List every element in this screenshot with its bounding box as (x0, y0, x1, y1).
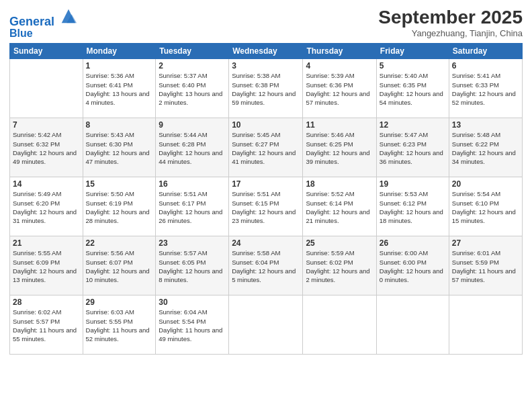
sunset-text: Sunset: 6:02 PM (306, 258, 373, 267)
logo-blue: Blue (9, 28, 78, 40)
day-number: 21 (13, 238, 80, 248)
daylight-text: Daylight: 13 hours and 4 minutes. (86, 89, 153, 107)
table-row: 15 Sunrise: 5:50 AM Sunset: 6:19 PM Dayl… (83, 177, 156, 236)
sunset-text: Sunset: 5:59 PM (452, 258, 519, 267)
day-number: 9 (159, 120, 226, 130)
daylight-text: Daylight: 12 hours and 23 minutes. (232, 208, 300, 226)
sunrise-text: Sunrise: 5:41 AM (452, 71, 519, 80)
sunset-text: Sunset: 6:38 PM (232, 81, 300, 89)
day-number: 15 (86, 179, 153, 189)
day-number: 25 (306, 238, 373, 248)
daylight-text: Daylight: 12 hours and 44 minutes. (159, 148, 226, 167)
sunset-text: Sunset: 6:04 PM (232, 258, 300, 267)
sunset-text: Sunset: 6:14 PM (306, 199, 373, 208)
sunset-text: Sunset: 5:54 PM (159, 317, 226, 326)
day-info: Sunrise: 5:41 AM Sunset: 6:33 PM Dayligh… (452, 71, 519, 107)
day-number: 3 (232, 61, 300, 71)
table-row: 9 Sunrise: 5:44 AM Sunset: 6:28 PM Dayli… (156, 118, 229, 177)
table-row: 10 Sunrise: 5:45 AM Sunset: 6:27 PM Dayl… (229, 118, 303, 177)
sunset-text: Sunset: 6:05 PM (159, 258, 226, 267)
sunset-text: Sunset: 5:57 PM (13, 317, 80, 326)
day-info: Sunrise: 5:52 AM Sunset: 6:14 PM Dayligh… (306, 189, 373, 225)
table-row: 1 Sunrise: 5:36 AM Sunset: 6:41 PM Dayli… (83, 59, 156, 118)
sunset-text: Sunset: 6:15 PM (232, 199, 300, 208)
logo-text: General (9, 9, 78, 29)
daylight-text: Daylight: 12 hours and 2 minutes. (306, 267, 373, 285)
sunrise-text: Sunrise: 6:02 AM (13, 308, 80, 316)
daylight-text: Daylight: 12 hours and 13 minutes. (13, 267, 80, 285)
col-wednesday: Wednesday (229, 44, 303, 59)
table-row (303, 295, 376, 355)
daylight-text: Daylight: 12 hours and 54 minutes. (380, 89, 446, 107)
sunrise-text: Sunrise: 5:51 AM (159, 189, 226, 198)
sunrise-text: Sunrise: 5:51 AM (232, 189, 300, 198)
sunrise-text: Sunrise: 5:53 AM (380, 189, 446, 198)
sunrise-text: Sunrise: 5:55 AM (13, 248, 80, 257)
day-info: Sunrise: 5:49 AM Sunset: 6:20 PM Dayligh… (13, 189, 80, 225)
day-number: 28 (13, 298, 80, 307)
sunset-text: Sunset: 6:32 PM (13, 140, 80, 148)
day-info: Sunrise: 5:42 AM Sunset: 6:32 PM Dayligh… (13, 130, 80, 166)
daylight-text: Daylight: 12 hours and 8 minutes. (159, 267, 226, 285)
table-row: 22 Sunrise: 5:56 AM Sunset: 6:07 PM Dayl… (83, 236, 156, 295)
daylight-text: Daylight: 12 hours and 0 minutes. (380, 267, 446, 285)
sunrise-text: Sunrise: 5:44 AM (159, 130, 226, 139)
table-row: 16 Sunrise: 5:51 AM Sunset: 6:17 PM Dayl… (156, 177, 229, 236)
table-row: 24 Sunrise: 5:58 AM Sunset: 6:04 PM Dayl… (229, 236, 303, 295)
day-info: Sunrise: 5:51 AM Sunset: 6:17 PM Dayligh… (159, 189, 226, 225)
sunrise-text: Sunrise: 5:57 AM (159, 248, 226, 257)
sunrise-text: Sunrise: 5:52 AM (306, 189, 373, 198)
table-row (10, 59, 83, 118)
sunset-text: Sunset: 6:00 PM (380, 258, 446, 267)
col-friday: Friday (376, 44, 449, 59)
sunset-text: Sunset: 5:55 PM (86, 317, 153, 326)
daylight-text: Daylight: 12 hours and 5 minutes. (232, 267, 300, 285)
table-row: 21 Sunrise: 5:55 AM Sunset: 6:09 PM Dayl… (10, 236, 83, 295)
table-row: 2 Sunrise: 5:37 AM Sunset: 6:40 PM Dayli… (156, 59, 229, 118)
sunrise-text: Sunrise: 5:38 AM (232, 71, 300, 80)
month-year: September 2025 (378, 7, 523, 28)
col-sunday: Sunday (10, 44, 83, 59)
logo: General Blue (9, 9, 78, 39)
day-info: Sunrise: 5:45 AM Sunset: 6:27 PM Dayligh… (232, 130, 300, 166)
sunrise-text: Sunrise: 5:42 AM (13, 130, 80, 139)
sunrise-text: Sunrise: 5:54 AM (452, 189, 519, 198)
day-number: 6 (452, 61, 519, 71)
sunset-text: Sunset: 6:22 PM (452, 140, 519, 148)
page: General Blue September 2025 Yangezhuang,… (0, 0, 532, 411)
day-number: 17 (232, 179, 300, 189)
day-info: Sunrise: 5:38 AM Sunset: 6:38 PM Dayligh… (232, 71, 300, 107)
table-row: 17 Sunrise: 5:51 AM Sunset: 6:15 PM Dayl… (229, 177, 303, 236)
sunrise-text: Sunrise: 5:40 AM (380, 71, 446, 80)
daylight-text: Daylight: 12 hours and 41 minutes. (232, 148, 300, 167)
day-info: Sunrise: 5:36 AM Sunset: 6:41 PM Dayligh… (86, 71, 153, 107)
daylight-text: Daylight: 12 hours and 36 minutes. (380, 148, 446, 167)
daylight-text: Daylight: 12 hours and 57 minutes. (306, 89, 373, 107)
daylight-text: Daylight: 12 hours and 34 minutes. (452, 148, 519, 167)
day-info: Sunrise: 5:40 AM Sunset: 6:35 PM Dayligh… (380, 71, 446, 107)
calendar: Sunday Monday Tuesday Wednesday Thursday… (9, 43, 523, 355)
day-number: 13 (452, 120, 519, 130)
daylight-text: Daylight: 12 hours and 10 minutes. (86, 267, 153, 285)
daylight-text: Daylight: 12 hours and 49 minutes. (13, 148, 80, 167)
table-row: 20 Sunrise: 5:54 AM Sunset: 6:10 PM Dayl… (449, 177, 522, 236)
day-number: 29 (86, 298, 153, 307)
table-row: 18 Sunrise: 5:52 AM Sunset: 6:14 PM Dayl… (303, 177, 376, 236)
sunset-text: Sunset: 6:09 PM (13, 258, 80, 267)
table-row (376, 295, 449, 355)
daylight-text: Daylight: 12 hours and 26 minutes. (159, 208, 226, 226)
sunrise-text: Sunrise: 6:01 AM (452, 248, 519, 257)
day-info: Sunrise: 6:02 AM Sunset: 5:57 PM Dayligh… (13, 308, 80, 343)
sunset-text: Sunset: 6:27 PM (232, 140, 300, 148)
table-row: 8 Sunrise: 5:43 AM Sunset: 6:30 PM Dayli… (83, 118, 156, 177)
header: General Blue September 2025 Yangezhuang,… (9, 7, 523, 39)
day-info: Sunrise: 5:54 AM Sunset: 6:10 PM Dayligh… (452, 189, 519, 225)
day-number: 1 (86, 61, 153, 71)
day-number: 20 (452, 179, 519, 189)
sunset-text: Sunset: 6:25 PM (306, 140, 373, 148)
day-number: 27 (452, 238, 519, 248)
table-row: 12 Sunrise: 5:47 AM Sunset: 6:23 PM Dayl… (376, 118, 449, 177)
table-row: 4 Sunrise: 5:39 AM Sunset: 6:36 PM Dayli… (303, 59, 376, 118)
day-number: 26 (380, 238, 446, 248)
day-info: Sunrise: 5:37 AM Sunset: 6:40 PM Dayligh… (159, 71, 226, 107)
